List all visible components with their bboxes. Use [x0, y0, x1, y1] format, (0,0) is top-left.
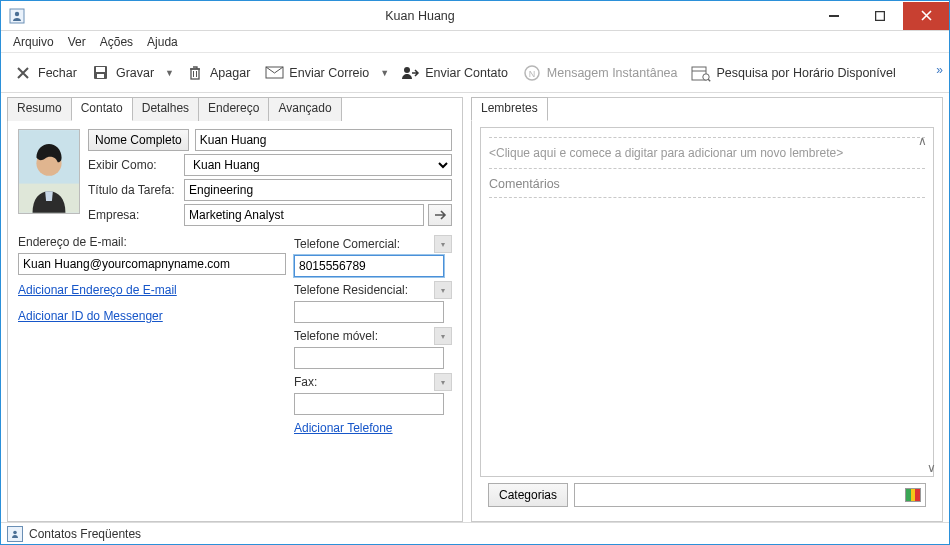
- contact-pane-body: Nome Completo Exibir Como: Kuan Huang Tí…: [8, 121, 462, 521]
- phone-home-dropdown[interactable]: ▾: [434, 281, 452, 299]
- contact-avatar[interactable]: [18, 129, 80, 214]
- svg-rect-2: [829, 15, 839, 17]
- menu-view[interactable]: Ver: [62, 33, 92, 51]
- left-tabs: Resumo Contato Detalhes Endereço Avançad…: [7, 96, 462, 120]
- separator-bottom: [489, 197, 925, 198]
- company-input[interactable]: [184, 204, 424, 226]
- svg-rect-6: [97, 74, 104, 78]
- categories-field[interactable]: [574, 483, 926, 507]
- tab-details[interactable]: Detalhes: [132, 97, 199, 121]
- calendar-search-icon: [691, 63, 711, 83]
- separator-top: [489, 137, 925, 138]
- reminders-body: <Clique aqui e comece a digitar para adi…: [472, 121, 942, 521]
- phone-home-label: Telefone Residencial:: [294, 283, 430, 297]
- save-icon: [91, 63, 111, 83]
- save-dropdown-caret[interactable]: ▼: [162, 68, 177, 78]
- menu-actions[interactable]: Ações: [94, 33, 139, 51]
- tab-address[interactable]: Endereço: [198, 97, 269, 121]
- send-contact-label: Enviar Contato: [425, 66, 508, 80]
- company-label: Empresa:: [88, 208, 178, 222]
- minimize-button[interactable]: [811, 2, 857, 30]
- tab-reminders[interactable]: Lembretes: [471, 97, 548, 121]
- window: Kuan Huang Arquivo Ver Ações Ajuda Fecha…: [0, 0, 950, 545]
- im-icon: N: [522, 63, 542, 83]
- tab-summary[interactable]: Resumo: [7, 97, 72, 121]
- add-phone-link[interactable]: Adicionar Telefone: [294, 421, 393, 435]
- maximize-button[interactable]: [857, 2, 903, 30]
- full-name-button[interactable]: Nome Completo: [88, 129, 189, 151]
- mail-dropdown-caret[interactable]: ▼: [377, 68, 392, 78]
- user-arrow-icon: [400, 63, 420, 83]
- envelope-icon: [264, 63, 284, 83]
- menubar: Arquivo Ver Ações Ajuda: [1, 31, 949, 53]
- search-freebusy-label: Pesquisa por Horário Disponível: [716, 66, 895, 80]
- app-icon: [5, 4, 29, 28]
- tab-advanced[interactable]: Avançado: [268, 97, 341, 121]
- delete-label: Apagar: [210, 66, 250, 80]
- toolbar: Fechar Gravar ▼ Apagar Enviar Correio ▼ …: [1, 53, 949, 93]
- im-button: N Mensagem Instantânea: [516, 59, 684, 87]
- im-label: Mensagem Instantânea: [547, 66, 678, 80]
- contact-book-icon: [7, 526, 23, 542]
- add-email-link[interactable]: Adicionar Endereço de E-mail: [18, 283, 177, 297]
- add-im-link[interactable]: Adicionar ID do Messenger: [18, 309, 163, 323]
- phone-fax-input[interactable]: [294, 393, 444, 415]
- tab-contact[interactable]: Contato: [71, 97, 133, 121]
- svg-text:N: N: [529, 68, 536, 78]
- phone-home-input[interactable]: [294, 301, 444, 323]
- window-controls: [811, 2, 949, 30]
- scroll-up-icon[interactable]: ∧: [918, 134, 927, 148]
- statusbar-text[interactable]: Contatos Freqüentes: [29, 527, 141, 541]
- display-as-select[interactable]: Kuan Huang: [184, 154, 452, 176]
- close-label: Fechar: [38, 66, 77, 80]
- svg-point-9: [404, 67, 410, 73]
- save-tool-button[interactable]: Gravar: [85, 59, 160, 87]
- send-mail-label: Enviar Correio: [289, 66, 369, 80]
- close-button[interactable]: [903, 2, 949, 30]
- phone-mobile-dropdown[interactable]: ▾: [434, 327, 452, 345]
- left-pane: Resumo Contato Detalhes Endereço Avançad…: [7, 97, 463, 522]
- statusbar: Contatos Freqüentes: [1, 522, 949, 544]
- search-freebusy-button[interactable]: Pesquisa por Horário Disponível: [685, 59, 901, 87]
- titlebar: Kuan Huang: [1, 1, 949, 31]
- svg-rect-3: [876, 11, 885, 20]
- svg-rect-7: [191, 69, 199, 79]
- display-as-label: Exibir Como:: [88, 158, 178, 172]
- close-icon: [13, 63, 33, 83]
- menu-help[interactable]: Ajuda: [141, 33, 184, 51]
- comments-label: Comentários: [489, 177, 925, 191]
- phone-fax-label: Fax:: [294, 375, 430, 389]
- close-tool-button[interactable]: Fechar: [7, 59, 83, 87]
- phone-business-input[interactable]: [294, 255, 444, 277]
- save-label: Gravar: [116, 66, 154, 80]
- toolbar-overflow[interactable]: »: [936, 63, 943, 77]
- full-name-input[interactable]: [195, 129, 452, 151]
- phone-business-label: Telefone Comercial:: [294, 237, 430, 251]
- categories-bar: Categorias: [480, 477, 934, 515]
- right-tabs: Lembretes: [471, 96, 942, 120]
- window-title: Kuan Huang: [29, 9, 811, 23]
- reminders-frame: <Clique aqui e comece a digitar para adi…: [480, 127, 934, 477]
- separator-mid: [489, 168, 925, 169]
- new-reminder-placeholder[interactable]: <Clique aqui e comece a digitar para adi…: [489, 146, 925, 160]
- email-label: Endereço de E-mail:: [18, 235, 286, 249]
- phone-business-dropdown[interactable]: ▾: [434, 235, 452, 253]
- svg-rect-5: [96, 67, 105, 72]
- delete-tool-button[interactable]: Apagar: [179, 59, 256, 87]
- phone-mobile-input[interactable]: [294, 347, 444, 369]
- right-pane: Lembretes <Clique aqui e comece a digita…: [471, 97, 943, 522]
- phone-mobile-label: Telefone móvel:: [294, 329, 430, 343]
- categories-button[interactable]: Categorias: [488, 483, 568, 507]
- send-mail-button[interactable]: Enviar Correio: [258, 59, 375, 87]
- email-input[interactable]: [18, 253, 286, 275]
- job-title-label: Título da Tarefa:: [88, 183, 178, 197]
- scroll-down-icon[interactable]: ∨: [927, 461, 936, 475]
- company-share-button[interactable]: [428, 204, 452, 226]
- trash-icon: [185, 63, 205, 83]
- menu-file[interactable]: Arquivo: [7, 33, 60, 51]
- phone-fax-dropdown[interactable]: ▾: [434, 373, 452, 391]
- send-contact-button[interactable]: Enviar Contato: [394, 59, 514, 87]
- svg-point-1: [15, 11, 19, 15]
- job-title-input[interactable]: [184, 179, 452, 201]
- categories-swatch-icon[interactable]: [905, 488, 921, 502]
